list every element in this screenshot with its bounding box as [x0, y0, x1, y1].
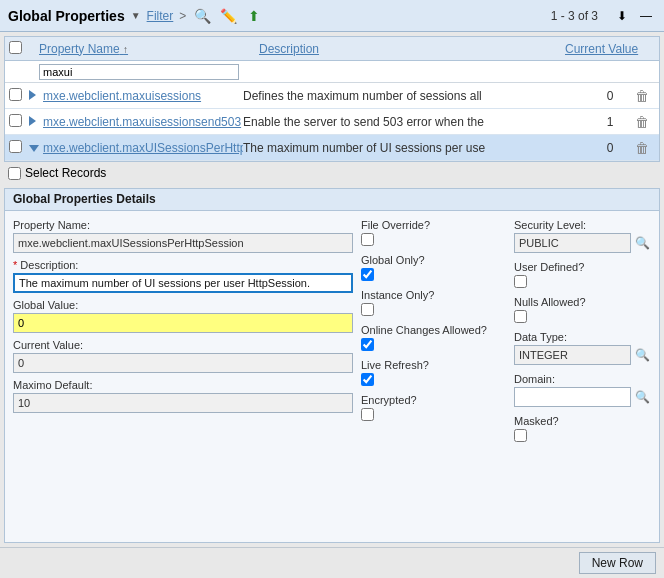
file-override-label: File Override?: [361, 219, 498, 231]
col-header-property-name[interactable]: Property Name ↑: [39, 42, 259, 56]
row3-checkbox[interactable]: [9, 140, 22, 153]
col-header-description[interactable]: Description: [259, 42, 565, 56]
page-title: Global Properties: [8, 8, 125, 24]
row1-delete[interactable]: 🗑: [635, 88, 655, 104]
breadcrumb-sep: >: [179, 9, 186, 23]
minus-icon[interactable]: —: [636, 6, 656, 26]
select-records-label: Select Records: [25, 166, 106, 180]
domain-input[interactable]: [514, 387, 631, 407]
current-value-label: Current Value:: [13, 339, 353, 351]
online-changes-checkbox[interactable]: [361, 338, 374, 351]
data-type-input[interactable]: [514, 345, 631, 365]
details-panel-header: Global Properties Details: [5, 189, 659, 211]
file-override-checkbox[interactable]: [361, 233, 374, 246]
filter-icon: ▼: [131, 10, 141, 21]
search-icon[interactable]: 🔍: [192, 6, 212, 26]
masked-checkbox[interactable]: [514, 429, 527, 442]
nulls-allowed-checkbox[interactable]: [514, 310, 527, 323]
maximo-default-input[interactable]: [13, 393, 353, 413]
row1-value: 0: [585, 89, 635, 103]
row1-name[interactable]: mxe.webclient.maxuisessions: [43, 89, 243, 103]
global-only-label: Global Only?: [361, 254, 498, 266]
row2-delete[interactable]: 🗑: [635, 114, 655, 130]
up-icon[interactable]: ⬆: [244, 6, 264, 26]
instance-only-checkbox[interactable]: [361, 303, 374, 316]
edit-icon[interactable]: ✏️: [218, 6, 238, 26]
security-level-search-icon[interactable]: 🔍: [633, 233, 651, 253]
maximo-default-label: Maximo Default:: [13, 379, 353, 391]
domain-search-icon[interactable]: 🔍: [633, 387, 651, 407]
select-all-checkbox[interactable]: [9, 41, 22, 54]
select-records-checkbox[interactable]: [8, 167, 21, 180]
description-label: Description:: [13, 259, 353, 271]
security-level-label: Security Level:: [514, 219, 651, 231]
global-only-checkbox[interactable]: [361, 268, 374, 281]
table-row: mxe.webclient.maxUISessionsPerHttpSessio…: [5, 135, 659, 161]
encrypted-checkbox[interactable]: [361, 408, 374, 421]
user-defined-checkbox[interactable]: [514, 275, 527, 288]
row1-desc: Defines the maximum number of sessions a…: [243, 89, 585, 103]
property-name-label: Property Name:: [13, 219, 353, 231]
masked-label: Masked?: [514, 415, 651, 427]
row3-desc: The maximum number of UI sessions per us…: [243, 141, 585, 155]
data-type-search-icon[interactable]: 🔍: [633, 345, 651, 365]
row3-delete[interactable]: 🗑: [635, 140, 655, 156]
online-changes-label: Online Changes Allowed?: [361, 324, 498, 336]
user-defined-label: User Defined?: [514, 261, 651, 273]
current-value-input[interactable]: [13, 353, 353, 373]
filter-link[interactable]: Filter: [147, 9, 174, 23]
row2-expand[interactable]: [29, 115, 43, 129]
instance-only-label: Instance Only?: [361, 289, 498, 301]
description-input[interactable]: [13, 273, 353, 293]
data-type-label: Data Type:: [514, 331, 651, 343]
new-row-button[interactable]: New Row: [579, 552, 656, 574]
row3-name[interactable]: mxe.webclient.maxUISessionsPerHttpSessio: [43, 141, 243, 155]
nulls-allowed-label: Nulls Allowed?: [514, 296, 651, 308]
search-input[interactable]: [39, 64, 239, 80]
row3-expand[interactable]: [29, 141, 43, 155]
pagination: 1 - 3 of 3: [551, 9, 598, 23]
row2-name[interactable]: mxe.webclient.maxuisessionsend503: [43, 115, 243, 129]
live-refresh-checkbox[interactable]: [361, 373, 374, 386]
row1-checkbox[interactable]: [9, 88, 22, 101]
live-refresh-label: Live Refresh?: [361, 359, 498, 371]
domain-label: Domain:: [514, 373, 651, 385]
table-row: mxe.webclient.maxuisessionsend503 Enable…: [5, 109, 659, 135]
global-value-label: Global Value:: [13, 299, 353, 311]
table-row: mxe.webclient.maxuisessions Defines the …: [5, 83, 659, 109]
row3-value: 0: [585, 141, 635, 155]
row2-checkbox[interactable]: [9, 114, 22, 127]
property-name-input[interactable]: [13, 233, 353, 253]
col-header-current-value[interactable]: Current Value: [565, 42, 655, 56]
global-value-input[interactable]: [13, 313, 353, 333]
row2-value: 1: [585, 115, 635, 129]
security-level-input[interactable]: [514, 233, 631, 253]
encrypted-label: Encrypted?: [361, 394, 498, 406]
row1-expand[interactable]: [29, 89, 43, 103]
download-icon[interactable]: ⬇: [612, 6, 632, 26]
row2-desc: Enable the server to send 503 error when…: [243, 115, 585, 129]
